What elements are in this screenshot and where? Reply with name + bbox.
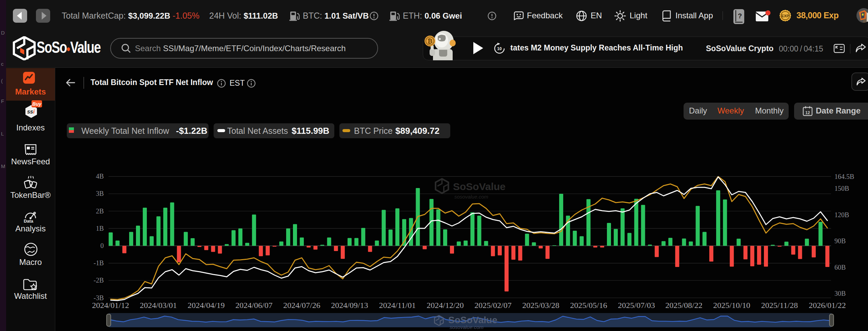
svg-text:2025/02/07: 2025/02/07	[474, 301, 511, 310]
svg-text:-1B: -1B	[94, 259, 104, 267]
svg-text:2024/04/19: 2024/04/19	[188, 301, 224, 310]
svg-text:2024/06/07: 2024/06/07	[235, 301, 272, 310]
svg-text:90B: 90B	[834, 237, 846, 245]
svg-text:-3B: -3B	[94, 294, 104, 302]
svg-text:2024/12/20: 2024/12/20	[427, 301, 463, 310]
svg-text:120B: 120B	[834, 211, 849, 219]
svg-text:sosovalue.com: sosovalue.com	[450, 324, 484, 330]
svg-text:SoSoValue: SoSoValue	[448, 315, 497, 325]
svg-text:1B: 1B	[96, 225, 104, 232]
svg-text:2024/07/26: 2024/07/26	[283, 301, 320, 310]
svg-text:60B: 60B	[834, 264, 846, 271]
svg-text:30B: 30B	[834, 290, 846, 297]
svg-text:3B: 3B	[96, 190, 104, 197]
svg-text:2024/11/01: 2024/11/01	[379, 301, 416, 310]
svg-text:sosovalue.com: sosovalue.com	[454, 194, 488, 200]
svg-text:2025/10/10: 2025/10/10	[713, 301, 750, 310]
svg-text:164.5B: 164.5B	[834, 173, 854, 180]
svg-text:SoSoValue: SoSoValue	[453, 181, 506, 192]
svg-text:2025/08/22: 2025/08/22	[665, 301, 702, 310]
svg-text:150B: 150B	[834, 185, 849, 192]
svg-text:2B: 2B	[96, 207, 104, 215]
svg-text:0: 0	[100, 242, 104, 249]
svg-text:2025/11/28: 2025/11/28	[761, 301, 798, 310]
svg-text:-2B: -2B	[94, 276, 104, 284]
svg-text:4B: 4B	[96, 172, 104, 180]
svg-text:2024/03/01: 2024/03/01	[140, 301, 177, 310]
svg-text:2024/01/12: 2024/01/12	[92, 301, 129, 310]
svg-text:2026/01/22: 2026/01/22	[809, 301, 846, 310]
svg-text:2025/07/03: 2025/07/03	[618, 301, 655, 310]
svg-text:2025/03/28: 2025/03/28	[522, 301, 559, 310]
svg-text:2024/09/13: 2024/09/13	[331, 301, 368, 310]
svg-text:2025/05/16: 2025/05/16	[570, 301, 607, 310]
